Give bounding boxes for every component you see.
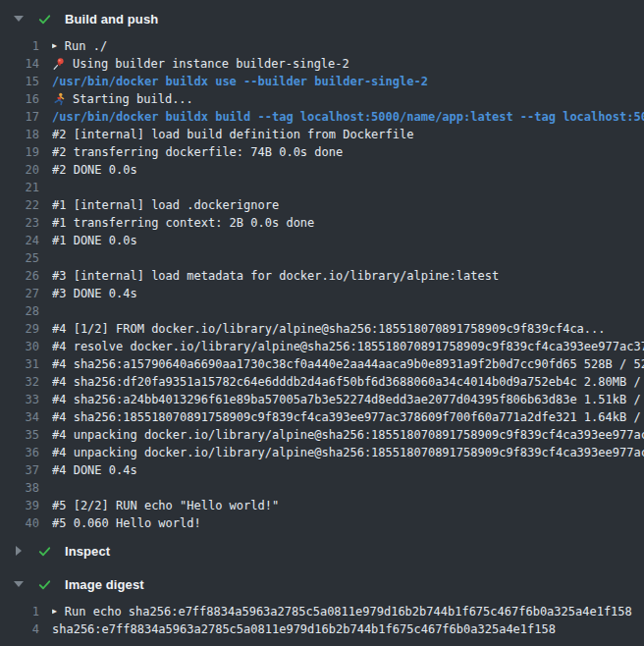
line-number[interactable]: 19	[0, 143, 39, 161]
chevron-down-icon[interactable]	[14, 581, 24, 587]
section-title: Build and push	[65, 12, 158, 27]
line-number[interactable]: 36	[0, 444, 39, 461]
line-number[interactable]: 40	[0, 514, 39, 532]
line-content	[52, 249, 644, 267]
line-number[interactable]: 39	[0, 497, 39, 514]
line-number[interactable]: 23	[0, 214, 39, 232]
chevron-right-icon[interactable]	[14, 546, 24, 556]
line-content: #3 DONE 0.4s	[52, 285, 644, 302]
run-group-toggle-icon[interactable]: ▶	[52, 603, 57, 620]
line-text: #4 resolve docker.io/library/alpine@sha2…	[52, 338, 644, 355]
line-number[interactable]: 33	[0, 391, 39, 408]
log-line: 36#4 unpacking docker.io/library/alpine@…	[0, 444, 644, 461]
line-content: #4 resolve docker.io/library/alpine@sha2…	[52, 338, 644, 355]
line-number[interactable]: 34	[0, 408, 39, 426]
line-number[interactable]: 31	[0, 355, 39, 373]
line-text: Run ./	[65, 37, 107, 55]
line-text: #4 DONE 0.4s	[52, 461, 137, 479]
log-line: 32#4 sha256:df20fa9351a15782c64e6dddb2d4…	[0, 373, 644, 391]
line-content: #4 sha256:185518070891758909c9f839cf4ca3…	[52, 408, 644, 426]
log-line: 28	[0, 302, 644, 320]
chevron-down-icon[interactable]	[14, 16, 24, 22]
line-text: #3 DONE 0.4s	[52, 285, 137, 302]
line-content: #4 unpacking docker.io/library/alpine@sh…	[52, 426, 644, 444]
line-content: #3 [internal] load metadata for docker.i…	[52, 267, 644, 285]
line-number[interactable]: 22	[0, 196, 39, 214]
line-text: #1 DONE 0.0s	[52, 232, 137, 249]
log-line: 14Using builder instance builder-single-…	[0, 55, 644, 73]
log-line: 35#4 unpacking docker.io/library/alpine@…	[0, 426, 644, 444]
success-check-icon	[37, 577, 52, 592]
log-line: 1▶Run echo sha256:e7ff8834a5963a2785c5a0…	[0, 603, 644, 620]
line-content: /usr/bin/docker buildx build --tag local…	[52, 108, 644, 126]
line-number[interactable]: 18	[0, 126, 39, 143]
line-content: #1 DONE 0.0s	[52, 232, 644, 249]
line-text: /usr/bin/docker buildx build --tag local…	[52, 108, 644, 126]
line-content: #4 sha256:a15790640a6690aa1730c38cf0a440…	[52, 355, 644, 373]
line-number[interactable]: 35	[0, 426, 39, 444]
run-group-toggle-icon[interactable]: ▶	[52, 37, 57, 55]
log-line: 21	[0, 179, 644, 196]
line-number[interactable]: 27	[0, 285, 39, 302]
runner-icon	[52, 92, 66, 106]
line-number[interactable]: 15	[0, 73, 39, 90]
log-line: 24#1 DONE 0.0s	[0, 232, 644, 249]
section-header-build-and-push[interactable]: Build and push	[0, 8, 644, 29]
line-text: #4 unpacking docker.io/library/alpine@sh…	[52, 426, 644, 444]
log-line: 4sha256:e7ff8834a5963a2785c5a0811e979d16…	[0, 620, 644, 638]
line-number[interactable]: 14	[0, 55, 39, 73]
log-line: 40#5 0.060 Hello world!	[0, 514, 644, 532]
log-line: 19#2 transferring dockerfile: 74B 0.0s d…	[0, 143, 644, 161]
log-line: 34#4 sha256:185518070891758909c9f839cf4c…	[0, 408, 644, 426]
line-text: #1 transferring context: 2B 0.0s done	[52, 214, 314, 232]
line-content	[52, 302, 644, 320]
line-number[interactable]: 24	[0, 232, 39, 249]
line-content: #4 DONE 0.4s	[52, 461, 644, 479]
line-number[interactable]: 1	[0, 603, 39, 620]
line-content	[52, 479, 644, 497]
log-line: 22#1 [internal] load .dockerignore	[0, 196, 644, 214]
line-number[interactable]: 20	[0, 161, 39, 179]
line-number[interactable]: 21	[0, 179, 39, 196]
success-check-icon	[37, 544, 52, 559]
line-content: #5 [2/2] RUN echo "Hello world!"	[52, 497, 644, 514]
line-text: #3 [internal] load metadata for docker.i…	[52, 267, 499, 285]
actions-log-viewer: Build and push1▶Run ./14Using builder in…	[0, 0, 644, 646]
line-text: #2 [internal] load build definition from…	[52, 126, 413, 143]
line-number[interactable]: 25	[0, 249, 39, 267]
log-line: 39#5 [2/2] RUN echo "Hello world!"	[0, 497, 644, 514]
line-number[interactable]: 29	[0, 320, 39, 338]
line-number[interactable]: 4	[0, 620, 39, 638]
line-number[interactable]: 30	[0, 338, 39, 355]
line-number[interactable]: 32	[0, 373, 39, 391]
log-line: 38	[0, 479, 644, 497]
line-content: #1 [internal] load .dockerignore	[52, 196, 644, 214]
line-text: #4 unpacking docker.io/library/alpine@sh…	[52, 444, 644, 461]
line-text: Using builder instance builder-single-2	[73, 55, 349, 73]
success-check-icon	[37, 12, 52, 27]
section-header-image-digest[interactable]: Image digest	[0, 573, 644, 595]
line-text: #2 transferring dockerfile: 74B 0.0s don…	[52, 143, 343, 161]
line-content: ▶Run ./	[52, 37, 644, 55]
log-line: 1▶Run ./	[0, 37, 644, 55]
line-content: #4 sha256:a24bb4013296f61e89ba57005a7b3e…	[52, 391, 644, 408]
line-number[interactable]: 1	[0, 37, 39, 55]
section-header-inspect[interactable]: Inspect	[0, 540, 644, 562]
line-number[interactable]: 28	[0, 302, 39, 320]
log-line: 23#1 transferring context: 2B 0.0s done	[0, 214, 644, 232]
line-content: ▶Run echo sha256:e7ff8834a5963a2785c5a08…	[52, 603, 644, 620]
line-number[interactable]: 17	[0, 108, 39, 126]
section-title: Inspect	[65, 544, 110, 559]
line-content: #4 sha256:df20fa9351a15782c64e6dddb2d4a6…	[52, 373, 644, 391]
line-content: #2 transferring dockerfile: 74B 0.0s don…	[52, 143, 644, 161]
line-content: #5 0.060 Hello world!	[52, 514, 644, 532]
line-text: Run echo sha256:e7ff8834a5963a2785c5a081…	[65, 603, 632, 620]
line-number[interactable]: 26	[0, 267, 39, 285]
line-text: #2 DONE 0.0s	[52, 161, 137, 179]
log-line: 26#3 [internal] load metadata for docker…	[0, 267, 644, 285]
line-number[interactable]: 37	[0, 461, 39, 479]
line-number[interactable]: 16	[0, 90, 39, 108]
log-line: 37#4 DONE 0.4s	[0, 461, 644, 479]
log-line: 18#2 [internal] load build definition fr…	[0, 126, 644, 143]
line-number[interactable]: 38	[0, 479, 39, 497]
